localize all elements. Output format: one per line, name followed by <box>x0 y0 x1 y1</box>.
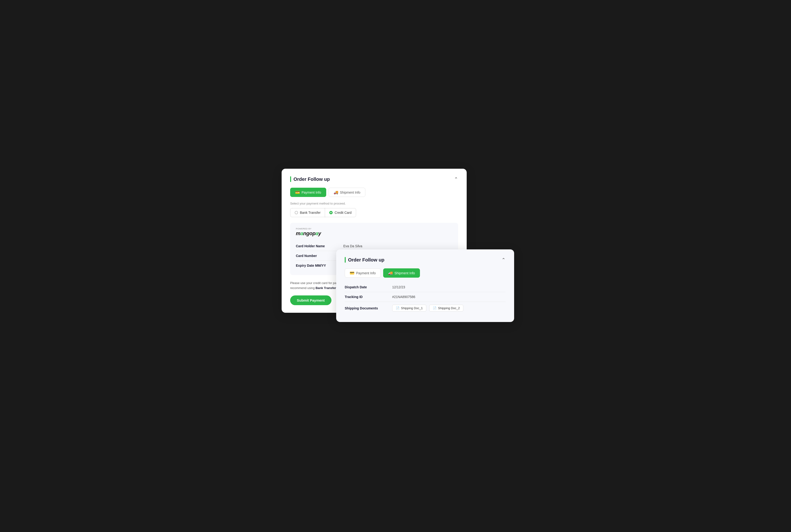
tab-2-payment-info[interactable]: 💳 Payment Info <box>345 268 381 278</box>
dispatch-date-label: Dispatch Date <box>345 285 392 289</box>
payment-options: Bank Transfer Credit Card <box>290 208 458 217</box>
card-2-title: Order Follow up <box>348 257 384 263</box>
mangopay-brand: mangopay <box>296 230 321 236</box>
shipment2-tab-icon: 🚚 <box>388 271 393 275</box>
payment2-tab-label: Payment Info <box>356 271 376 275</box>
card-2-collapse-icon[interactable]: ⌃ <box>502 257 506 263</box>
tracking-id-label: Tracking ID <box>345 295 392 299</box>
shipping-doc-2-badge[interactable]: 📄 Shipping Doc_2 <box>429 305 463 311</box>
tab-shipment-info[interactable]: 🚚 Shipment Info <box>329 188 365 197</box>
credit-card-label: Credit Card <box>334 211 352 214</box>
doc-2-icon: 📄 <box>433 306 437 310</box>
card-holder-value: Eva Da Silva <box>343 244 362 248</box>
card-1-title: Order Follow up <box>293 176 330 182</box>
credit-card-radio[interactable] <box>329 211 333 214</box>
card-shipment: Order Follow up ⌃ 💳 Payment Info 🚚 Shipm… <box>336 249 514 322</box>
card-2-header: Order Follow up ⌃ <box>345 257 506 263</box>
scene: Order Follow up ⌃ 💳 Payment Info 🚚 Shipm… <box>282 169 509 363</box>
payment-tab-icon: 💳 <box>295 190 300 194</box>
payment-method-label: Select your payment method to proceed. <box>290 202 458 205</box>
tracking-id-row: Tracking ID #21NA8907586 <box>345 292 506 302</box>
mangopay-powered-text: Powered by <box>296 228 452 230</box>
notice-transfer: Bank Transfer <box>315 286 336 290</box>
doc-1-label: Shipping Doc_1 <box>401 306 423 310</box>
bank-transfer-radio[interactable] <box>295 211 298 214</box>
card-1-collapse-icon[interactable]: ⌃ <box>454 176 458 182</box>
tab-payment-info[interactable]: 💳 Payment Info <box>290 188 326 197</box>
shipment-details: Dispatch Date 12/12/23 Tracking ID #21NA… <box>345 282 506 315</box>
submit-payment-button[interactable]: Submit Payment <box>290 296 331 305</box>
payment2-tab-icon: 💳 <box>350 271 354 275</box>
card-1-tabs: 💳 Payment Info 🚚 Shipment Info <box>290 188 458 197</box>
card-1-title-wrapper: Order Follow up <box>290 176 330 182</box>
dispatch-date-value: 12/12/23 <box>392 285 405 289</box>
shipment2-tab-label: Shipment Info <box>394 271 415 275</box>
tab-2-shipment-info[interactable]: 🚚 Shipment Info <box>383 268 420 278</box>
credit-card-option[interactable]: Credit Card <box>325 208 356 217</box>
shipment-tab-icon: 🚚 <box>333 190 338 194</box>
shipping-doc-1-badge[interactable]: 📄 Shipping Doc_1 <box>392 305 426 311</box>
payment-tab-label: Payment Info <box>302 191 321 194</box>
tracking-id-value: #21NA8907586 <box>392 295 415 299</box>
doc-2-label: Shipping Doc_2 <box>438 306 460 310</box>
card-1-header: Order Follow up ⌃ <box>290 176 458 182</box>
bank-transfer-label: Bank Transfer <box>300 211 321 214</box>
bank-transfer-option[interactable]: Bank Transfer <box>290 208 325 217</box>
card-2-title-wrapper: Order Follow up <box>345 257 384 263</box>
shipment-tab-label: Shipment Info <box>340 191 360 194</box>
card-2-tabs: 💳 Payment Info 🚚 Shipment Info <box>345 268 506 278</box>
shipping-docs-label: Shipping Documents <box>345 306 392 310</box>
shipping-docs-row: Shipping Documents 📄 Shipping Doc_1 📄 Sh… <box>345 302 506 315</box>
dispatch-date-row: Dispatch Date 12/12/23 <box>345 282 506 292</box>
shipping-docs-badges: 📄 Shipping Doc_1 📄 Shipping Doc_2 <box>392 305 465 311</box>
mangopay-logo: Powered by mangopay <box>296 228 452 236</box>
doc-1-icon: 📄 <box>396 306 400 310</box>
card-holder-label: Card Holder Name <box>296 244 343 248</box>
card-2-title-bar <box>345 257 346 263</box>
card-1-title-bar <box>290 176 291 182</box>
